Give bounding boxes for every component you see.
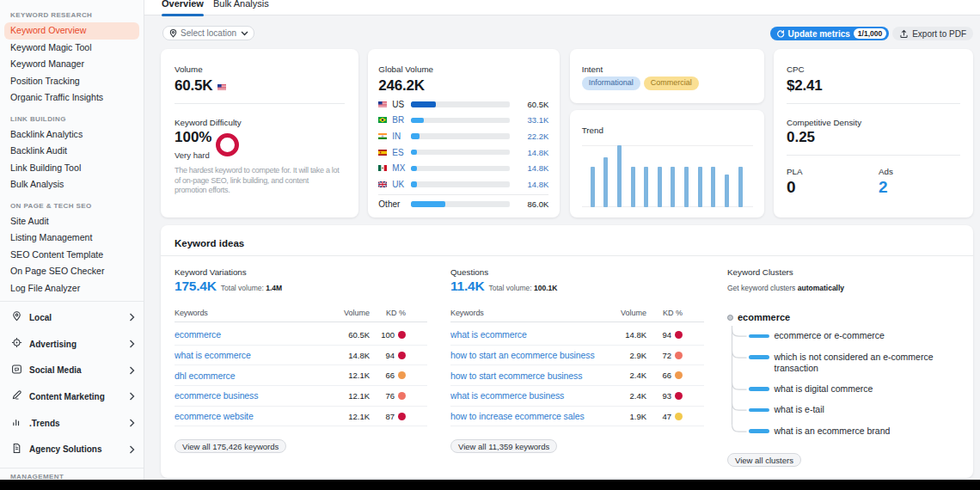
intent-badge-commercial[interactable]: Commercial <box>644 77 699 90</box>
refresh-icon <box>776 29 785 38</box>
sidebar-item-on-page-seo-checker[interactable]: On Page SEO Checker <box>0 263 144 280</box>
keyword-link[interactable]: ecommerce <box>175 329 318 340</box>
mx-flag-icon <box>378 165 392 171</box>
sidebar-item-label: Social Media <box>29 365 129 375</box>
tab-bulk-analysis[interactable]: Bulk Analysis <box>213 0 269 15</box>
sidebar-item-local[interactable]: Local <box>0 304 144 331</box>
sidebar-item-content-marketing[interactable]: Content Marketing <box>0 383 144 410</box>
keyword-link[interactable]: ecommerce business <box>175 390 318 401</box>
table-row: how to start an ecommerce business2.9K72 <box>450 346 704 366</box>
sidebar-item-log-file-analyzer[interactable]: Log File Analyzer <box>0 280 144 297</box>
volume-bar-track <box>411 133 510 139</box>
chevron-right-icon <box>129 313 135 322</box>
difficulty-ring-gauge <box>216 133 239 156</box>
country-code[interactable]: MX <box>392 163 411 173</box>
country-code[interactable]: UK <box>392 180 411 189</box>
sidebar-item-backlink-analytics[interactable]: Backlink Analytics <box>0 126 144 144</box>
keyword-link[interactable]: what is ecommerce <box>175 350 318 360</box>
cpc-label: CPC <box>787 64 960 75</box>
trend-bar <box>671 167 675 207</box>
cpc-value: $2.41 <box>787 80 960 91</box>
keyword-link[interactable]: how to start ecommerce business <box>450 371 595 381</box>
sidebar-item-position-tracking[interactable]: Position Tracking <box>0 73 144 90</box>
country-code[interactable]: IN <box>392 132 411 141</box>
volume-bar-fill <box>411 101 436 107</box>
volume-cell: 14.8K <box>318 351 370 360</box>
country-volume-value: 60.5K <box>516 100 548 109</box>
country-code[interactable]: BR <box>392 115 411 125</box>
volume-cell: 14.8K <box>595 330 646 340</box>
update-metrics-label: Update metrics <box>788 29 850 39</box>
trend-bar <box>603 157 608 206</box>
chevron-down-icon <box>241 31 248 36</box>
volume-cell: 60.5K <box>318 330 370 340</box>
ads-value[interactable]: 2 <box>879 181 960 193</box>
volume-bar-track <box>411 181 510 187</box>
sidebar-item-bulk-analysis[interactable]: Bulk Analysis <box>0 176 144 193</box>
cluster-item-label[interactable]: which is not considered an e-commerce tr… <box>775 346 934 375</box>
cluster-item-label[interactable]: what is digital commerce <box>775 378 873 395</box>
sidebar-item-backlink-audit[interactable]: Backlink Audit <box>0 143 144 160</box>
volume-card: Volume 60.5K Keyword Difficulty 100% Ver… <box>161 49 358 217</box>
keyword-variations-count[interactable]: 175.4K <box>175 280 217 292</box>
country-volume-value[interactable]: 14.8K <box>516 163 548 173</box>
select-location-dropdown[interactable]: Select location <box>162 26 254 40</box>
volume-cell: 2.4K <box>595 371 646 380</box>
update-metrics-button[interactable]: Update metrics 1/1,000 <box>770 27 890 40</box>
cluster-item-label[interactable]: what is e-tail <box>775 400 824 416</box>
global-volume-label: Global Volume <box>378 64 548 75</box>
sidebar-section-management: MANAGEMENT <box>10 473 133 480</box>
other-volume-row: Other 86.0K <box>378 196 548 212</box>
sidebar-item-advertising[interactable]: Advertising <box>0 331 144 358</box>
kd-cell: 47 <box>662 412 671 421</box>
keyword-difficulty-level: Very hard <box>175 150 216 160</box>
tab-overview[interactable]: Overview <box>162 0 204 15</box>
volume-cell: 12.1K <box>318 371 370 380</box>
intent-badge-informational[interactable]: Informational <box>582 77 640 90</box>
country-volume-value[interactable]: 14.8K <box>516 180 548 189</box>
keyword-link[interactable]: what is ecommerce <box>450 329 595 340</box>
keyword-link[interactable]: how to increase ecommerce sales <box>450 411 595 421</box>
card-divider <box>378 194 548 195</box>
sidebar-item-label: Content Marketing <box>29 392 129 401</box>
country-code[interactable]: ES <box>392 148 411 157</box>
main-content: Overview Bulk Analysis Select location U… <box>144 0 980 480</box>
cluster-item-label[interactable]: ecommerce or e-commerce <box>775 326 885 342</box>
sidebar-item-keyword-magic-tool[interactable]: Keyword Magic Tool <box>0 40 144 57</box>
keyword-link[interactable]: dhl ecommerce <box>175 371 318 381</box>
sidebar-item-seo-content-template[interactable]: SEO Content Template <box>0 247 144 264</box>
sidebar-item-keyword-overview[interactable]: Keyword Overview <box>4 22 139 40</box>
keyword-link[interactable]: ecommerce website <box>175 411 318 421</box>
country-volume-value[interactable]: 14.8K <box>516 148 548 157</box>
keyword-link[interactable]: how to start an ecommerce business <box>450 350 595 360</box>
kd-dot <box>675 413 683 420</box>
questions-count[interactable]: 11.4K <box>450 280 485 292</box>
volume-bar-fill <box>411 118 424 124</box>
view-all-keywords-button[interactable]: View all 175,426 keywords <box>175 439 286 453</box>
volume-column-header: Volume <box>595 309 646 317</box>
keyword-link[interactable]: what is ecommerce business <box>450 390 595 401</box>
sidebar-item-agency-solutions[interactable]: Agency Solutions <box>0 436 144 462</box>
sidebar-divider <box>0 468 144 469</box>
target-icon <box>11 336 22 352</box>
country-volume-row: BR 33.1K <box>378 113 548 129</box>
sidebar-item-trends[interactable]: .Trends <box>0 410 144 437</box>
view-all-clusters-button[interactable]: View all clusters <box>727 453 801 467</box>
sidebar-item-social-media[interactable]: Social Media <box>0 357 144 383</box>
kd-dot <box>398 331 406 339</box>
sidebar-item-site-audit[interactable]: Site Audit <box>0 213 144 230</box>
country-volume-value[interactable]: 33.1K <box>516 115 548 125</box>
trend-bar <box>698 167 702 207</box>
volume-cell: 12.1K <box>318 412 370 421</box>
country-volume-row: IN 22.2K <box>378 128 548 144</box>
questions-table: Keywords Volume KD % what is ecommerce14… <box>450 303 704 426</box>
cluster-item-label[interactable]: what is an ecommerce brand <box>775 420 891 437</box>
export-to-pdf-button[interactable]: Export to PDF <box>892 27 973 40</box>
sidebar-item-keyword-manager[interactable]: Keyword Manager <box>0 56 144 73</box>
metric-cards-row: Volume 60.5K Keyword Difficulty 100% Ver… <box>161 49 973 217</box>
view-all-questions-button[interactable]: View all 11,359 keywords <box>450 439 557 453</box>
sidebar-item-organic-traffic-insights[interactable]: Organic Traffic Insights <box>0 89 144 107</box>
sidebar-item-link-building-tool[interactable]: Link Building Tool <box>0 160 144 177</box>
country-volume-value[interactable]: 22.2K <box>516 132 548 141</box>
sidebar-item-listing-management[interactable]: Listing Management <box>0 230 144 247</box>
